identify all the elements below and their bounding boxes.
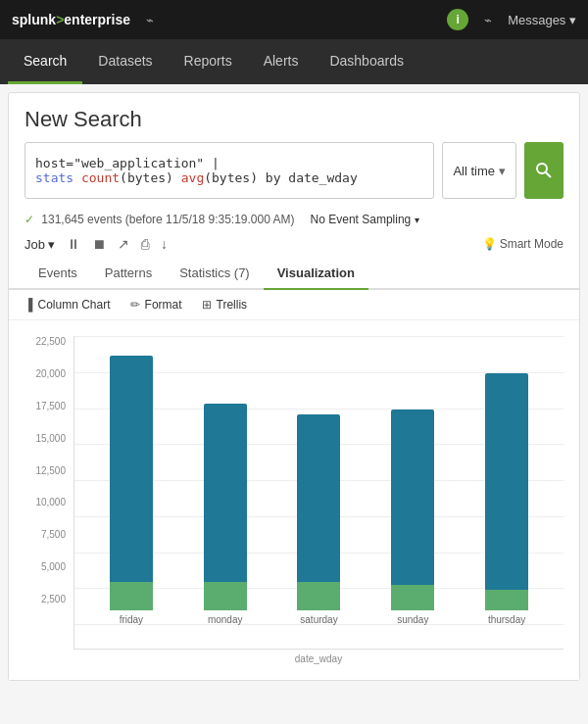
query-line1: host="web_application" |: [35, 156, 423, 170]
format-icon: ✏: [130, 298, 140, 312]
page-title: New Search: [24, 107, 564, 132]
bar-top-friday: [110, 356, 153, 582]
top-navigation: splunk>enterprise ⌁ i ⌁ Messages ▾: [0, 0, 588, 39]
activity-icon[interactable]: ⌁: [146, 13, 154, 27]
trellis-button[interactable]: ⊞ Trellis: [202, 298, 248, 312]
bar-top-sunday: [391, 410, 434, 585]
bulb-icon: 💡: [482, 237, 497, 251]
chart-area: 22,500 20,000 17,500 15,000 12,500 10,00…: [9, 320, 579, 680]
nav-dashboards[interactable]: Dashboards: [314, 39, 419, 84]
bar-stack-thursday: [485, 373, 528, 610]
bar-bottom-monday: [204, 582, 247, 610]
search-input[interactable]: host="web_application" | stats count(byt…: [24, 142, 434, 199]
bar-stack-sunday: [391, 410, 434, 610]
job-bar: Job ▾ ⏸ ⏹ ↗ ⎙ ↓ 💡 Smart Mode: [9, 232, 579, 258]
status-check-icon: ✓: [24, 213, 34, 226]
bar-label-saturday: saturday: [300, 614, 337, 625]
messages-menu[interactable]: Messages ▾: [508, 13, 576, 27]
page-content: New Search host="web_application" | stat…: [8, 92, 580, 681]
sub-toolbar: ▐ Column Chart ✏ Format ⊞ Trellis: [9, 290, 579, 320]
column-chart-icon: ▐: [24, 298, 33, 312]
nav-datasets[interactable]: Datasets: [82, 39, 168, 84]
y-axis: 22,500 20,000 17,500 15,000 12,500 10,00…: [24, 336, 74, 650]
bar-group-thursday: thursday: [477, 336, 536, 625]
query-bytes2: (bytes) by date_wday: [204, 170, 358, 185]
bar-bottom-saturday: [297, 582, 340, 610]
bar-bottom-friday: [110, 582, 153, 610]
export-button[interactable]: ↓: [161, 236, 168, 252]
bar-group-monday: monday: [196, 336, 255, 625]
nav-search[interactable]: Search: [8, 39, 82, 84]
share-button[interactable]: ↗: [118, 236, 129, 252]
query-bytes1: (bytes): [120, 170, 181, 185]
splunk-logo: splunk>enterprise: [12, 12, 130, 27]
search-icon-top[interactable]: ⌁: [484, 13, 492, 27]
chart-plot: friday monday: [74, 336, 564, 650]
bar-top-monday: [204, 404, 247, 582]
bar-stack-friday: [110, 356, 153, 610]
x-axis-label: date_wday: [24, 653, 564, 664]
info-icon[interactable]: i: [447, 9, 468, 30]
stop-button[interactable]: ⏹: [92, 236, 106, 252]
search-go-icon: [535, 162, 553, 179]
svg-point-0: [537, 164, 547, 173]
chart-container: 22,500 20,000 17,500 15,000 12,500 10,00…: [24, 336, 564, 650]
secondary-navigation: Search Datasets Reports Alerts Dashboard…: [0, 39, 588, 84]
trellis-icon: ⊞: [202, 298, 212, 312]
status-bar: ✓ 131,645 events (before 11/5/18 9:35:19…: [9, 209, 579, 232]
pause-button[interactable]: ⏸: [67, 236, 80, 252]
page-title-bar: New Search: [9, 93, 579, 142]
tab-events[interactable]: Events: [24, 258, 91, 290]
bar-group-saturday: saturday: [289, 336, 348, 625]
print-button[interactable]: ⎙: [141, 236, 149, 252]
column-chart-button[interactable]: ▐ Column Chart: [24, 298, 111, 312]
keyword-stats: stats: [35, 170, 81, 185]
bar-top-thursday: [485, 373, 528, 590]
bar-label-sunday: sunday: [397, 614, 428, 625]
bar-top-saturday: [297, 414, 340, 582]
bar-bottom-thursday: [485, 590, 528, 610]
func-avg: avg: [181, 170, 204, 185]
tab-patterns[interactable]: Patterns: [91, 258, 166, 290]
bar-label-friday: friday: [120, 614, 143, 625]
time-picker[interactable]: All time ▾: [442, 142, 516, 199]
search-bar-area: host="web_application" | stats count(byt…: [9, 142, 579, 209]
bar-label-monday: monday: [208, 614, 243, 625]
tab-statistics[interactable]: Statistics (7): [166, 258, 264, 290]
bar-label-thursday: thursday: [488, 614, 525, 625]
bar-group-friday: friday: [102, 336, 161, 625]
query-line2: stats count(bytes) avg(bytes) by date_wd…: [35, 170, 423, 185]
tab-visualization[interactable]: Visualization: [264, 258, 368, 290]
search-go-button[interactable]: [524, 142, 564, 199]
events-count-text: 131,645 events (before 11/5/18 9:35:19.0…: [41, 213, 294, 226]
func-count: count: [81, 170, 120, 185]
bar-bottom-sunday: [391, 585, 434, 610]
bar-stack-monday: [204, 404, 247, 610]
job-button[interactable]: Job ▾: [24, 237, 55, 252]
tabs-bar: Events Patterns Statistics (7) Visualiza…: [9, 258, 579, 290]
no-event-sampling-button[interactable]: No Event Sampling ▾: [311, 213, 420, 226]
svg-line-1: [546, 172, 551, 177]
bars-area: friday monday: [74, 336, 564, 625]
format-button[interactable]: ✏ Format: [130, 298, 182, 312]
smart-mode-button[interactable]: 💡 Smart Mode: [482, 237, 564, 251]
bar-group-sunday: sunday: [383, 336, 442, 625]
nav-alerts[interactable]: Alerts: [248, 39, 315, 84]
bar-stack-saturday: [297, 414, 340, 610]
nav-reports[interactable]: Reports: [169, 39, 248, 84]
